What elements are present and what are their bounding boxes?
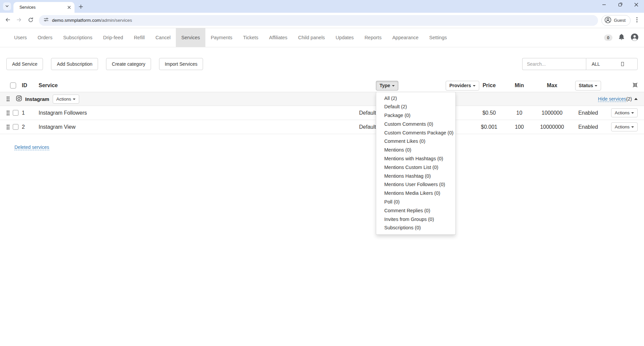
url-bar[interactable]: demo.smmplatform.com/admin/services bbox=[39, 15, 598, 26]
menu-item-mentions-user-followers[interactable]: Mentions User Followers (0) bbox=[376, 180, 455, 189]
window-close-button[interactable] bbox=[631, 1, 641, 9]
bell-icon bbox=[618, 34, 625, 42]
menu-item-comment-replies[interactable]: Comment Replies (0) bbox=[376, 207, 455, 215]
services-table: ID Service Type All (2) Default (2) Pack… bbox=[0, 79, 644, 134]
service-name: Instagram Followers bbox=[39, 110, 352, 116]
menu-item-default[interactable]: Default (2) bbox=[376, 103, 455, 111]
create-category-button[interactable]: Create category bbox=[106, 58, 151, 70]
notifications-button[interactable] bbox=[618, 34, 625, 42]
nav-item-settings[interactable]: Settings bbox=[424, 28, 452, 47]
caret-down-icon bbox=[631, 112, 634, 114]
caret-up-icon[interactable] bbox=[634, 98, 638, 100]
forward-button[interactable] bbox=[14, 15, 24, 25]
menu-item-subscriptions[interactable]: Subscriptions (0) bbox=[376, 224, 455, 232]
caret-down-icon bbox=[595, 85, 597, 86]
service-name: Instagram View bbox=[39, 124, 352, 130]
header-id: ID bbox=[22, 82, 39, 89]
service-price: $0.50 bbox=[472, 110, 507, 116]
drag-handle-icon[interactable] bbox=[6, 110, 10, 116]
menu-item-mentions-media-likers[interactable]: Mentions Media Likers (0) bbox=[376, 189, 455, 198]
category-actions-button[interactable]: Actions bbox=[53, 95, 79, 104]
header-max: Max bbox=[532, 82, 572, 89]
search-input[interactable] bbox=[522, 58, 586, 70]
menu-item-mentions-with-hashtags[interactable]: Mentions with Hashtags (0) bbox=[376, 155, 455, 163]
type-filter-button[interactable]: Type bbox=[376, 81, 398, 91]
browser-tab-services[interactable]: Services bbox=[13, 2, 75, 13]
type-filter-menu: All (2) Default (2) Package (0) Custom C… bbox=[376, 92, 456, 235]
deleted-services-link[interactable]: Deleted services bbox=[14, 145, 49, 150]
hide-services-link[interactable]: Hide services bbox=[598, 96, 626, 102]
window-restore-button[interactable] bbox=[615, 1, 625, 9]
browser-menu-button[interactable] bbox=[633, 15, 641, 25]
service-min: 10 bbox=[507, 110, 532, 116]
new-tab-button[interactable] bbox=[77, 3, 85, 11]
user-avatar-icon bbox=[631, 33, 639, 42]
services-count: (2) bbox=[626, 96, 632, 102]
caret-down-icon bbox=[392, 85, 395, 86]
chevron-down-icon bbox=[5, 4, 9, 9]
menu-item-poll[interactable]: Poll (0) bbox=[376, 198, 455, 207]
nav-item-tickets[interactable]: Tickets bbox=[238, 28, 263, 47]
nav-item-updates[interactable]: Updates bbox=[330, 28, 359, 47]
nav-item-services[interactable]: Services bbox=[176, 28, 205, 47]
forward-arrow-icon bbox=[16, 17, 22, 24]
service-status: Enabled bbox=[572, 124, 604, 130]
menu-item-mentions-custom-list[interactable]: Mentions Custom List (0) bbox=[376, 163, 455, 172]
back-button[interactable] bbox=[3, 15, 13, 25]
menu-item-custom-comments-package[interactable]: Custom Comments Package (0) bbox=[376, 129, 455, 137]
admin-nav: Users Orders Subscriptions Drip-feed Ref… bbox=[0, 28, 644, 47]
nav-item-reports[interactable]: Reports bbox=[359, 28, 387, 47]
back-arrow-icon bbox=[5, 17, 11, 24]
profile-avatar-icon bbox=[604, 16, 611, 24]
menu-item-comment-likes[interactable]: Comment Likes (0) bbox=[376, 137, 455, 146]
window-minimize-button[interactable] bbox=[599, 1, 609, 9]
nav-item-child-panels[interactable]: Child panels bbox=[293, 28, 330, 47]
nav-item-cancel[interactable]: Cancel bbox=[150, 28, 176, 47]
profile-button[interactable]: Guest bbox=[601, 15, 631, 26]
nav-item-drip-feed[interactable]: Drip-feed bbox=[98, 28, 129, 47]
nav-item-affiliates[interactable]: Affiliates bbox=[264, 28, 293, 47]
status-filter-button[interactable]: Status bbox=[575, 81, 601, 91]
reload-icon bbox=[28, 17, 34, 24]
menu-item-mentions[interactable]: Mentions (0) bbox=[376, 146, 455, 155]
browser-toolbar: demo.smmplatform.com/admin/services Gues… bbox=[0, 13, 644, 28]
menu-item-all[interactable]: All (2) bbox=[376, 94, 455, 103]
menu-item-mentions-hashtag[interactable]: Mentions Hashtag (0) bbox=[376, 172, 455, 181]
add-service-button[interactable]: Add Service bbox=[6, 58, 43, 70]
table-row: 2 Instagram View Default ( $0.001 100 10… bbox=[0, 120, 644, 134]
nav-item-orders[interactable]: Orders bbox=[32, 28, 58, 47]
select-glyph-icon bbox=[621, 62, 624, 66]
import-services-button[interactable]: Import Services bbox=[159, 58, 203, 70]
row-actions-button[interactable]: Actions bbox=[611, 122, 638, 131]
tab-close-button[interactable] bbox=[66, 5, 72, 10]
add-subscription-button[interactable]: Add Subscription bbox=[51, 58, 98, 70]
row-checkbox[interactable] bbox=[13, 124, 18, 130]
menu-item-custom-comments[interactable]: Custom Comments (0) bbox=[376, 120, 455, 129]
search-group: ALL bbox=[522, 58, 638, 70]
drag-handle-icon[interactable] bbox=[6, 96, 10, 102]
drag-handle-icon[interactable] bbox=[6, 124, 10, 130]
notification-count-badge[interactable]: 0 bbox=[604, 35, 612, 41]
header-service: Service bbox=[39, 82, 352, 89]
nav-item-payments[interactable]: Payments bbox=[205, 28, 238, 47]
select-all-checkbox[interactable] bbox=[10, 82, 16, 89]
site-settings-icon[interactable] bbox=[44, 17, 49, 23]
nav-item-users[interactable]: Users bbox=[9, 28, 32, 47]
nav-item-refill[interactable]: Refill bbox=[129, 28, 150, 47]
account-button[interactable] bbox=[631, 33, 639, 42]
caret-down-icon bbox=[73, 99, 76, 100]
nav-item-subscriptions[interactable]: Subscriptions bbox=[58, 28, 98, 47]
collapse-categories-icon[interactable] bbox=[633, 82, 638, 88]
row-checkbox[interactable] bbox=[13, 110, 18, 116]
service-max: 10000000 bbox=[532, 124, 572, 130]
nav-item-appearance[interactable]: Appearance bbox=[387, 28, 424, 47]
search-filter-select[interactable]: ALL bbox=[586, 58, 638, 70]
category-row-instagram: Instagram Actions Hide services(2) bbox=[0, 92, 644, 106]
menu-item-package[interactable]: Package (0) bbox=[376, 111, 455, 120]
window-controls bbox=[599, 1, 641, 9]
close-icon bbox=[634, 3, 638, 8]
row-actions-button[interactable]: Actions bbox=[611, 108, 638, 117]
reload-button[interactable] bbox=[26, 15, 36, 25]
menu-item-invites-from-groups[interactable]: Invites from Groups (0) bbox=[376, 215, 455, 224]
tab-search-button[interactable] bbox=[3, 2, 11, 10]
